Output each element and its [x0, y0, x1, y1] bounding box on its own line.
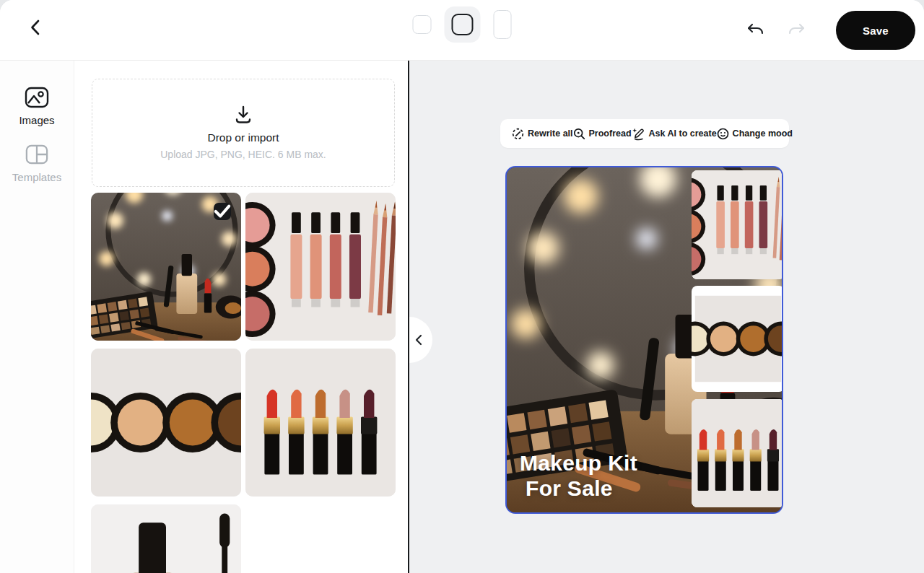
- thumbnail-compacts[interactable]: [91, 349, 241, 497]
- canvas-title-text[interactable]: Makeup Kit For Sale: [520, 450, 637, 501]
- canvas-title-line1: Makeup Kit: [520, 451, 637, 475]
- redo-icon: [787, 22, 806, 39]
- sidebar-item-images[interactable]: Images: [0, 74, 74, 131]
- ai-button-label: Change mood: [733, 128, 793, 139]
- square-icon: [452, 14, 474, 35]
- ai-button-label: Ask AI to create: [649, 128, 717, 139]
- format-small-square-button[interactable]: [413, 15, 432, 34]
- undo-icon: [746, 22, 765, 39]
- back-button[interactable]: [26, 17, 46, 38]
- app-window: Save Images Templates Drop or import Upl…: [0, 0, 924, 573]
- save-button[interactable]: Save: [836, 11, 915, 50]
- format-portrait-button[interactable]: [494, 10, 512, 39]
- ai-toolbar: Rewrite all Proofread Ask AI to create C…: [500, 119, 789, 148]
- topbar: Save: [0, 0, 924, 61]
- sidebar-item-templates[interactable]: Templates: [0, 131, 74, 188]
- collage-tile-glosses[interactable]: [692, 170, 783, 279]
- thumbnail-grid: [91, 193, 396, 573]
- collage-tile-compacts[interactable]: [692, 286, 783, 392]
- dropzone[interactable]: Drop or import Upload JPG, PNG, HEIC. 6 …: [92, 79, 395, 187]
- thumbnail-vanity-scene[interactable]: [91, 193, 241, 341]
- dropzone-hint: Upload JPG, PNG, HEIC. 6 MB max.: [160, 149, 326, 160]
- chevron-left-icon: [26, 17, 46, 38]
- portrait-icon: [494, 10, 512, 39]
- undo-button[interactable]: [745, 19, 767, 41]
- topbar-actions: Save: [745, 0, 915, 61]
- sidebar-item-label: Images: [19, 114, 54, 126]
- rewrite-all-button[interactable]: Rewrite all: [512, 128, 573, 140]
- thumbnail-lipsticks[interactable]: [245, 349, 396, 497]
- canvas-preview[interactable]: Makeup Kit For Sale: [505, 166, 783, 514]
- redo-button[interactable]: [785, 19, 807, 41]
- proofread-button[interactable]: Proofread: [573, 128, 632, 140]
- import-download-icon: [234, 105, 253, 124]
- canvas-title-line2: For Sale: [520, 476, 637, 501]
- check-icon: [214, 203, 231, 220]
- collage-tile-lipsticks[interactable]: [692, 399, 783, 507]
- format-square-button[interactable]: [445, 6, 481, 43]
- magnifier-icon: [573, 128, 585, 140]
- images-panel: Drop or import Upload JPG, PNG, HEIC. 6 …: [75, 61, 409, 573]
- dropzone-label: Drop or import: [207, 131, 279, 144]
- change-mood-button[interactable]: Change mood: [717, 128, 793, 140]
- ask-ai-to-create-button[interactable]: Ask AI to create: [632, 128, 717, 140]
- layout-icon: [25, 144, 48, 165]
- thumbnail-products[interactable]: [91, 504, 241, 573]
- rewrite-icon: [512, 128, 524, 140]
- sidebar: Images Templates: [0, 61, 74, 573]
- chevron-left-icon: [414, 334, 422, 346]
- selected-check-badge: [214, 203, 231, 220]
- format-switcher: [413, 5, 512, 44]
- thumbnail-glosses[interactable]: [245, 193, 396, 341]
- pen-sparkle-icon: [632, 128, 645, 140]
- ai-button-label: Rewrite all: [528, 128, 573, 139]
- image-icon: [25, 87, 49, 108]
- small-square-icon: [413, 15, 432, 34]
- ai-button-label: Proofread: [589, 128, 632, 139]
- sidebar-item-label: Templates: [12, 171, 61, 183]
- smiley-icon: [717, 128, 729, 140]
- canvas-area: Rewrite all Proofread Ask AI to create C…: [409, 61, 924, 573]
